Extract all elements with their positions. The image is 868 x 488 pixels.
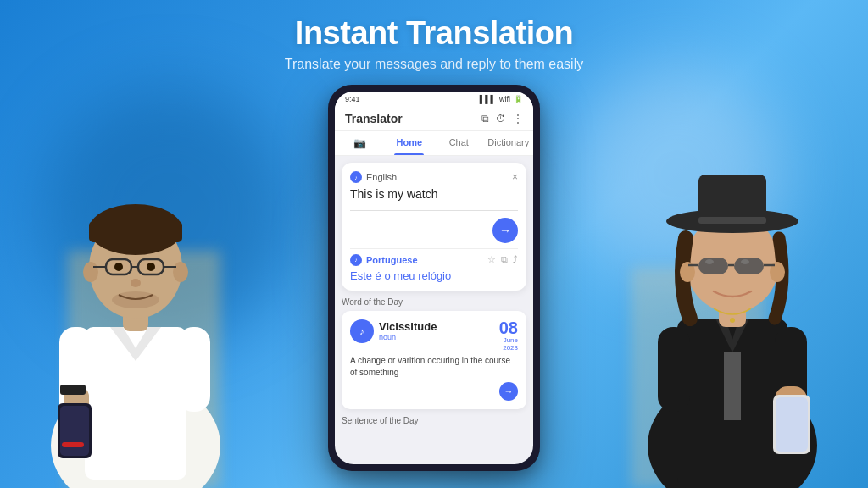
svg-rect-6 <box>89 221 182 242</box>
target-lang-row: ♪ Portuguese ☆ ⧉ ⤴ <box>350 254 518 266</box>
source-lang-label: ♪ English <box>350 171 397 183</box>
share-icon[interactable]: ⤴ <box>513 254 518 265</box>
phone-mockup: 9:41 ▌▌▌ wifi 🔋 Translator ⧉ ⏱ ⋮ <box>328 85 540 471</box>
phone-screen: 9:41 ▌▌▌ wifi 🔋 Translator ⧉ ⏱ ⋮ <box>335 92 533 464</box>
svg-rect-23 <box>60 385 86 395</box>
svg-point-7 <box>83 262 98 282</box>
wod-pos: noun <box>379 333 437 341</box>
wifi-icon: wifi <box>499 95 510 103</box>
wod-card-top: ♪ Vicissitude noun 08 June 2023 <box>350 319 518 352</box>
svg-rect-22 <box>178 327 210 412</box>
source-text[interactable]: This is my watch <box>350 186 518 203</box>
text-underline <box>350 210 518 211</box>
svg-point-16 <box>131 279 141 287</box>
target-speaker-icon[interactable]: ♪ <box>350 254 362 266</box>
subtitle: Translate your messages and reply to the… <box>0 57 868 72</box>
svg-point-43 <box>730 318 735 323</box>
tab-chat[interactable]: Chat <box>434 131 484 155</box>
translated-text: Este é o meu relógio <box>350 269 518 282</box>
svg-rect-24 <box>62 442 84 447</box>
header-section: Instant Translation Translate your messa… <box>0 15 868 72</box>
svg-rect-28 <box>724 352 741 420</box>
wod-word-area: ♪ Vicissitude noun <box>350 319 437 343</box>
status-icons: ▌▌▌ wifi 🔋 <box>480 95 523 103</box>
svg-point-41 <box>705 259 714 264</box>
send-arrow-icon: → <box>499 224 511 237</box>
wod-word-pos: Vicissitude noun <box>379 320 437 341</box>
svg-rect-36 <box>698 258 728 274</box>
wod-date: 08 June 2023 <box>499 319 518 352</box>
wod-arrow-button[interactable]: → <box>499 382 518 401</box>
sentence-of-day-section: Sentence of the Day <box>342 416 526 425</box>
tab-home[interactable]: Home <box>385 131 435 155</box>
svg-rect-21 <box>60 406 89 456</box>
menu-icon[interactable]: ⋮ <box>513 113 523 125</box>
svg-point-14 <box>114 263 123 271</box>
tab-bar: 📷 Home Chat Dictionary <box>335 131 533 156</box>
target-lang-label: ♪ Portuguese <box>350 254 418 266</box>
svg-point-17 <box>112 291 159 308</box>
source-speaker-icon[interactable]: ♪ <box>350 171 362 183</box>
app-header: Translator ⧉ ⏱ ⋮ <box>335 107 533 131</box>
main-title: Instant Translation <box>0 15 868 52</box>
svg-point-15 <box>147 263 155 271</box>
wod-date-month: June 2023 <box>499 336 518 352</box>
copy-header-icon[interactable]: ⧉ <box>481 113 489 125</box>
header-icon-group: ⧉ ⏱ ⋮ <box>481 113 523 125</box>
wod-section-label: Word of the Day <box>342 297 526 307</box>
card-divider <box>350 248 518 249</box>
svg-rect-47 <box>776 397 808 452</box>
battery-icon: 🔋 <box>514 95 523 103</box>
person-left <box>17 90 254 488</box>
wod-date-number: 08 <box>499 319 518 336</box>
translate-send-button[interactable]: → <box>492 218 518 243</box>
svg-point-42 <box>741 259 749 264</box>
wod-card: ♪ Vicissitude noun 08 June 2023 <box>342 311 526 409</box>
svg-rect-48 <box>658 327 690 412</box>
signal-icon: ▌▌▌ <box>480 95 496 103</box>
phone-outer: 9:41 ▌▌▌ wifi 🔋 Translator ⧉ ⏱ ⋮ <box>328 85 540 471</box>
status-time: 9:41 <box>345 95 360 103</box>
app-name: Translator <box>345 112 403 125</box>
svg-rect-37 <box>734 258 764 274</box>
close-translation-button[interactable]: × <box>512 171 518 183</box>
action-icons-group: ☆ ⧉ ⤴ <box>487 254 518 265</box>
sod-label: Sentence of the Day <box>342 416 526 425</box>
copy-icon[interactable]: ⧉ <box>501 254 508 265</box>
person-right <box>614 90 851 488</box>
source-lang-text: English <box>366 172 397 182</box>
history-icon[interactable]: ⏱ <box>496 113 506 125</box>
camera-icon: 📷 <box>353 137 366 149</box>
wod-footer: → <box>350 382 518 401</box>
target-lang-text: Portuguese <box>366 255 418 265</box>
wod-speaker-icon[interactable]: ♪ <box>350 319 374 343</box>
star-icon[interactable]: ☆ <box>487 254 496 265</box>
svg-rect-33 <box>698 217 766 224</box>
phone-status-bar: 9:41 ▌▌▌ wifi 🔋 <box>335 92 533 107</box>
wod-word: Vicissitude <box>379 320 437 333</box>
tab-dictionary[interactable]: Dictionary <box>484 131 534 155</box>
svg-point-8 <box>173 262 188 282</box>
word-of-day-section: Word of the Day ♪ Vicissitude noun 08 <box>342 297 526 409</box>
wod-definition: A change or varition occuring in the cou… <box>350 355 518 379</box>
translation-card: ♪ English × This is my watch → <box>342 163 526 291</box>
tab-camera[interactable]: 📷 <box>335 131 385 155</box>
source-lang-row: ♪ English × <box>350 171 518 183</box>
